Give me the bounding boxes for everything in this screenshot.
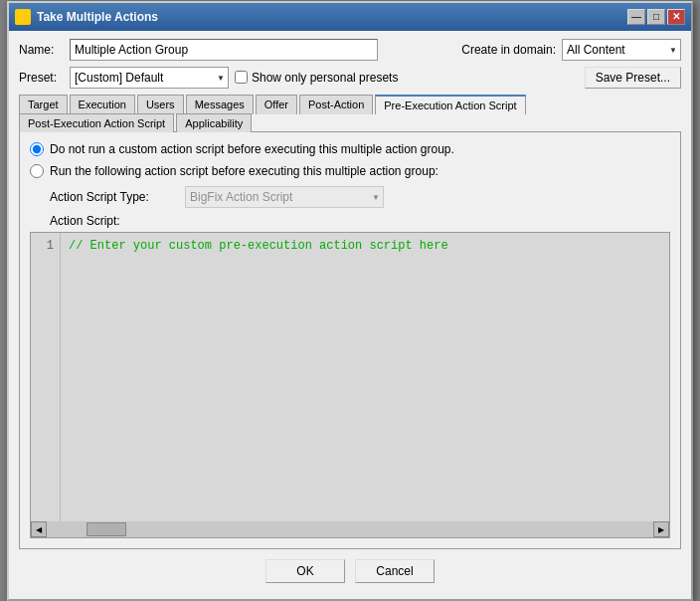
show-personal-text: Show only personal presets — [252, 71, 398, 85]
line-number-1: 1 — [37, 239, 54, 253]
code-area: 1 // Enter your custom pre-execution act… — [31, 233, 669, 521]
tab-applicability[interactable]: Applicability — [176, 113, 252, 132]
horizontal-scrollbar: ◀ ▶ — [31, 521, 669, 537]
script-type-label: Action Script Type: — [50, 190, 179, 204]
radio-no-script[interactable] — [30, 142, 44, 156]
radio-run-script-label: Run the following action script before e… — [50, 164, 438, 178]
tabs-container: Target Execution Users Messages Offer Po… — [19, 95, 681, 132]
save-preset-button[interactable]: Save Preset... — [585, 67, 681, 89]
title-bar-left: ⚡ Take Multiple Actions — [15, 9, 158, 25]
window-icon: ⚡ — [15, 9, 31, 25]
bottom-buttons: OK Cancel — [19, 549, 681, 591]
cancel-button[interactable]: Cancel — [355, 559, 435, 583]
radio-row-2: Run the following action script before e… — [30, 164, 670, 178]
preset-row: Preset: [Custom] Default Show only perso… — [19, 67, 681, 89]
domain-select-wrapper: All Content — [562, 39, 681, 61]
tab-target[interactable]: Target — [19, 95, 68, 114]
window-content: Name: Create in domain: All Content Pres… — [9, 31, 691, 599]
radio-no-script-label: Do not run a custom action script before… — [50, 142, 454, 156]
title-bar: ⚡ Take Multiple Actions — □ ✕ — [9, 3, 691, 31]
preset-select-wrapper: [Custom] Default — [70, 67, 229, 89]
tab-post-execution[interactable]: Post-Execution Action Script — [19, 113, 174, 132]
tab-post-action[interactable]: Post-Action — [299, 95, 373, 114]
action-script-label: Action Script: — [50, 214, 670, 228]
radio-row-1: Do not run a custom action script before… — [30, 142, 670, 156]
scroll-right-button[interactable]: ▶ — [653, 521, 669, 537]
code-content[interactable]: // Enter your custom pre-execution actio… — [61, 233, 669, 521]
ok-button[interactable]: OK — [265, 559, 345, 583]
tab-pre-execution[interactable]: Pre-Execution Action Script — [375, 95, 525, 114]
tab-content: Do not run a custom action script before… — [19, 132, 681, 549]
name-label: Name: — [19, 43, 64, 57]
show-personal-checkbox[interactable] — [235, 71, 248, 84]
line-numbers: 1 — [31, 233, 61, 521]
tab-messages[interactable]: Messages — [186, 95, 254, 114]
name-input[interactable] — [70, 39, 378, 61]
tab-execution[interactable]: Execution — [70, 95, 135, 114]
domain-label: Create in domain: — [461, 43, 556, 57]
name-row: Name: Create in domain: All Content — [19, 39, 681, 61]
preset-select[interactable]: [Custom] Default — [70, 67, 229, 89]
maximize-button[interactable]: □ — [647, 9, 665, 25]
script-type-select-wrapper: BigFix Action Script — [185, 186, 384, 208]
close-button[interactable]: ✕ — [667, 9, 685, 25]
show-personal-label[interactable]: Show only personal presets — [235, 71, 398, 85]
main-window: ⚡ Take Multiple Actions — □ ✕ Name: Crea… — [7, 1, 693, 601]
radio-run-script[interactable] — [30, 164, 44, 178]
script-type-row: Action Script Type: BigFix Action Script — [50, 186, 670, 208]
scroll-track[interactable] — [47, 521, 653, 537]
scroll-thumb[interactable] — [87, 522, 126, 536]
window-title: Take Multiple Actions — [37, 10, 158, 24]
script-type-select[interactable]: BigFix Action Script — [185, 186, 384, 208]
tab-users[interactable]: Users — [137, 95, 184, 114]
tab-offer[interactable]: Offer — [256, 95, 297, 114]
minimize-button[interactable]: — — [627, 9, 645, 25]
code-editor: 1 // Enter your custom pre-execution act… — [30, 232, 670, 538]
preset-label: Preset: — [19, 71, 64, 85]
domain-select[interactable]: All Content — [562, 39, 681, 61]
title-buttons: — □ ✕ — [627, 9, 685, 25]
scroll-left-button[interactable]: ◀ — [31, 521, 47, 537]
